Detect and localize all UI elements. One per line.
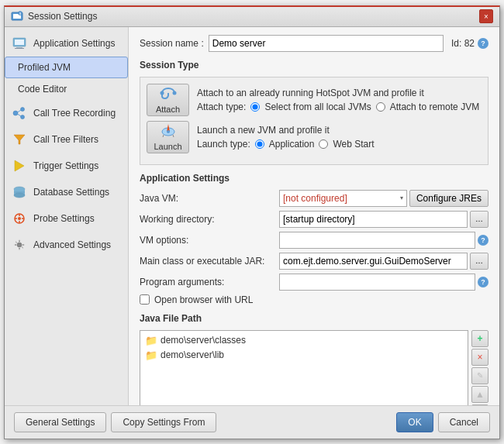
advanced-settings-icon [12,237,27,253]
working-dir-row: Working directory: … [140,211,488,228]
attach-row: Attach Attach to an already running HotS… [147,84,482,116]
program-args-input[interactable] [279,274,475,291]
java-vm-combo[interactable]: [not configured] ▾ [279,190,407,207]
program-args-row: Program arguments: ? [140,274,488,291]
cancel-button[interactable]: Cancel [438,412,490,432]
sidebar-item-database-settings[interactable]: Database Settings [5,179,128,205]
attach-remote-radio[interactable] [376,102,385,112]
svg-rect-7 [15,48,24,49]
remove-path-button[interactable]: × [471,349,488,366]
svg-point-26 [160,91,164,95]
program-args-help-icon[interactable]: ? [478,277,488,287]
folder-icon-lib: 📁 [145,349,157,361]
dialog-footer: General Settings Copy Settings From OK C… [5,405,499,439]
main-class-browse-button[interactable]: … [470,253,488,270]
svg-marker-14 [15,160,24,171]
sidebar-item-application-settings[interactable]: Application Settings [5,30,128,57]
vm-options-label: VM options: [140,235,279,246]
java-vm-arrow-icon: ▾ [400,194,403,201]
call-tree-recording-icon [12,105,27,121]
database-settings-icon [12,184,27,200]
launch-application-radio[interactable] [255,139,264,149]
launch-application-label: Application [269,139,315,150]
ok-button[interactable]: OK [396,412,433,432]
vm-options-input[interactable] [279,232,475,249]
main-class-input[interactable] [279,253,468,270]
open-browser-label: Open browser with URL [154,294,253,305]
add-path-button[interactable]: + [471,330,488,347]
attach-local-radio[interactable] [250,102,260,112]
main-class-label: Main class or executable JAR: [140,256,279,267]
footer-left: General Settings Copy Settings From [14,412,216,432]
working-dir-browse-button[interactable]: … [470,211,488,228]
sidebar-item-call-tree-filters[interactable]: Call Tree Filters [5,126,128,153]
file-item-lib: 📁 demo\server\lib [143,348,465,363]
close-button[interactable]: × [479,9,493,23]
session-id: Id: 82 ? [451,38,488,49]
svg-point-27 [172,91,176,95]
main-content: Session name : Id: 82 ? Session Type [129,27,499,405]
call-tree-filters-label: Call Tree Filters [33,134,98,145]
vm-options-help-icon[interactable]: ? [478,235,488,246]
copy-settings-button[interactable]: Copy Settings From [111,412,216,432]
title-bar-left: S Session Settings [11,10,97,22]
general-settings-button[interactable]: General Settings [14,412,106,432]
java-vm-row: Java VM: [not configured] ▾ Configure JR… [140,190,488,207]
svg-line-11 [18,110,22,112]
file-list: 📁 demo\server\classes 📁 demo\server\lib [140,330,468,405]
program-args-label: Program arguments: [140,277,279,287]
launch-webstart-label: Web Start [333,139,374,150]
configure-jres-button[interactable]: Configure JREs [409,190,488,207]
session-name-label: Session name : [140,38,204,49]
main-class-row: Main class or executable JAR: … [140,253,488,270]
open-browser-row: Open browser with URL [140,294,488,305]
session-id-help-icon[interactable]: ? [478,38,488,49]
java-file-path-title: Java File Path [140,313,488,324]
attach-local-label: Select from all local JVMs [264,102,371,112]
sidebar-item-code-editor[interactable]: Code Editor [5,78,128,100]
session-name-input[interactable] [209,35,444,52]
launch-type-row: Launch type: Application Web Start [197,139,375,150]
working-dir-input[interactable] [279,211,468,228]
probe-settings-label: Probe Settings [33,213,95,224]
svg-marker-13 [14,135,25,144]
launch-button[interactable]: Launch [147,121,189,153]
launch-row: Launch Launch a new JVM and profile it L… [147,121,482,153]
dialog-title: Session Settings [28,11,97,22]
app-settings-section: Application Settings Java VM: [not confi… [140,173,488,305]
open-browser-checkbox[interactable] [140,294,150,305]
call-tree-filters-icon [12,132,27,147]
sidebar-item-call-tree-recording[interactable]: Call Tree Recording [5,100,128,126]
java-vm-label: Java VM: [140,193,279,204]
vm-options-row: VM options: ? [140,232,488,249]
code-editor-label: Code Editor [18,84,67,95]
sidebar-item-probe-settings[interactable]: Probe Settings [5,205,128,232]
folder-icon-classes: 📁 [145,335,157,346]
svg-line-12 [18,114,22,116]
sidebar-item-profiled-jvm[interactable]: Profiled JVM [5,57,128,78]
svg-point-25 [17,243,22,247]
dialog-icon: S [11,10,23,22]
launch-icon [159,122,178,141]
session-type-box: Attach Attach to an already running HotS… [140,77,488,165]
svg-point-29 [167,130,170,133]
java-file-path-section: Java File Path 📁 demo\server\classes 📁 d… [140,313,488,405]
application-settings-icon [12,36,27,51]
svg-point-20 [18,217,21,220]
attach-options: Attach to an already running HotSpot JVM… [197,88,479,112]
database-settings-label: Database Settings [33,187,109,198]
attach-button[interactable]: Attach [147,84,189,116]
footer-right: OK Cancel [396,412,490,432]
session-type-title: Session Type [140,60,488,71]
move-up-button[interactable]: ▲ [471,386,488,403]
edit-path-button[interactable]: ✎ [471,367,488,384]
file-path-container: 📁 demo\server\classes 📁 demo\server\lib … [140,330,488,405]
launch-webstart-radio[interactable] [319,139,328,149]
application-settings-label: Application Settings [33,38,115,49]
sidebar-item-trigger-settings[interactable]: Trigger Settings [5,153,128,179]
launch-options: Launch a new JVM and profile it Launch t… [197,125,375,150]
probe-settings-icon [12,211,27,226]
svg-point-9 [21,107,25,111]
sidebar-item-advanced-settings[interactable]: Advanced Settings [5,232,128,258]
advanced-settings-label: Advanced Settings [33,239,111,250]
